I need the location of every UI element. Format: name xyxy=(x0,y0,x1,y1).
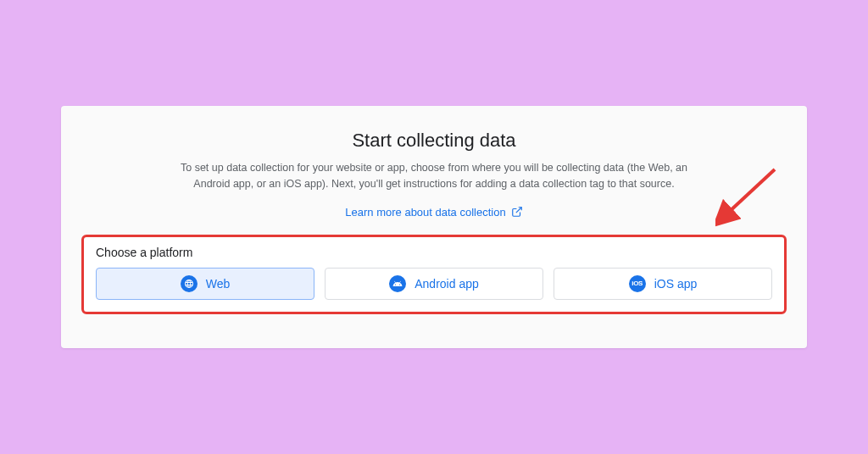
page-title: Start collecting data xyxy=(81,130,787,152)
learn-more-link[interactable]: Learn more about data collection xyxy=(345,206,522,219)
learn-more-text: Learn more about data collection xyxy=(345,206,505,219)
svg-line-0 xyxy=(516,208,521,213)
platform-web-button[interactable]: Web xyxy=(96,268,314,300)
platform-android-label: Android app xyxy=(415,277,479,291)
choose-platform-label: Choose a platform xyxy=(96,246,772,259)
android-icon xyxy=(389,275,406,292)
annotation-highlight-box: Choose a platform Web Android app iOS iO… xyxy=(81,235,787,314)
globe-icon xyxy=(181,275,198,292)
platform-web-label: Web xyxy=(206,277,231,291)
data-collection-panel: Start collecting data To set up data col… xyxy=(61,106,807,348)
ios-icon: iOS xyxy=(629,275,646,292)
platform-ios-button[interactable]: iOS iOS app xyxy=(554,268,772,300)
page-description: To set up data collection for your websi… xyxy=(163,160,705,192)
platform-ios-label: iOS app xyxy=(654,277,698,291)
platform-options-row: Web Android app iOS iOS app xyxy=(96,268,772,300)
platform-android-button[interactable]: Android app xyxy=(325,268,543,300)
panel-header: Start collecting data To set up data col… xyxy=(81,130,787,219)
external-link-icon xyxy=(511,206,523,218)
